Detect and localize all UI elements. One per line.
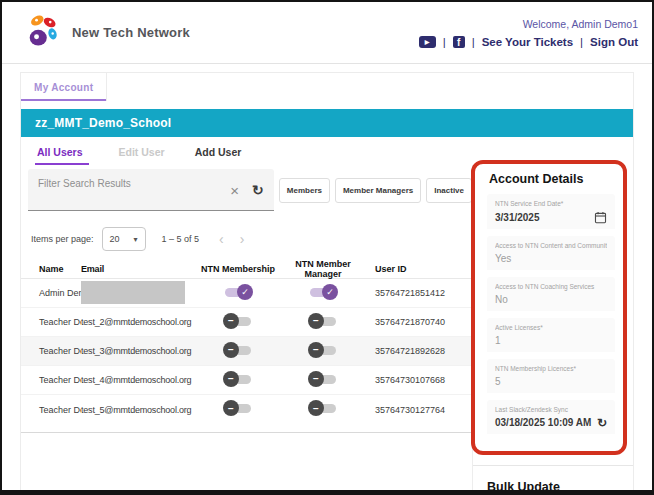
search-input[interactable] [38,175,218,191]
table-row: Admin Demo1 ✓ ✓ 35764721851412 [21,279,472,308]
minus-icon: − [228,344,234,355]
ntn-membership-toggle[interactable]: − [225,317,251,326]
col-user-id: User ID [367,264,472,274]
ntn-membership-toggle[interactable]: − [225,404,251,413]
user-email: test_4@mmtdemoschool.org [81,375,197,385]
sync-icon[interactable]: ↻ [597,417,607,429]
separator: | [472,36,475,48]
user-name: Teacher Demo4 [21,405,81,415]
inactive-filter-button[interactable]: Inactive [426,178,472,203]
field-label: NTN Membership Licences* [495,364,607,373]
previous-page-icon[interactable]: ‹ [219,232,224,246]
redacted-email-block [81,281,185,304]
header-right: Welcome, Admin Demo1 ▶ | f | See Your Ti… [419,18,638,48]
account-details-panel: Account Details NTN Service End Date* 3/… [472,165,633,494]
field-label: Active Licenses* [495,323,607,332]
field-label: Last Slack/Zendesk Sync [495,405,607,414]
page-range-label: 1 – 5 of 5 [162,234,200,244]
table-row: Teacher Demo1 test_2@mmtdemoschool.org −… [21,308,472,337]
ntn-membership-toggle[interactable]: − [225,375,251,384]
school-banner: zz_MMT_Demo_School [21,109,633,137]
sign-out-link[interactable]: Sign Out [590,36,638,48]
members-filter-button[interactable]: Members [279,178,330,203]
next-page-icon[interactable]: › [240,232,245,246]
app-window: New Tech Network Welcome, Admin Demo1 ▶ … [0,0,654,495]
items-per-page-label: Items per page: [31,234,94,244]
ntn-pinwheel-logo-icon [24,12,62,54]
user-name: Teacher Demo2 [21,346,81,356]
user-id: 35764721851412 [367,288,472,298]
brand: New Tech Network [24,12,190,54]
user-email: test_2@mmtdemoschool.org [81,317,197,327]
user-id: 35764730107668 [367,375,472,385]
ntn-content-access-field: Access to NTN Content and Community Yes [487,236,615,270]
user-name: Teacher Demo3 [21,375,81,385]
site-header: New Tech Network Welcome, Admin Demo1 ▶ … [2,2,652,64]
tab-add-user[interactable]: Add User [195,146,242,165]
user-id: 35764721892628 [367,346,472,356]
field-value: No [495,294,508,306]
table-header-row: Name Email NTN Membership NTN Member Man… [21,259,472,279]
filter-search-box: × ↻ [28,169,274,211]
minus-icon: − [313,315,319,326]
ntn-member-manager-toggle[interactable]: − [310,346,336,355]
ntn-member-manager-toggle[interactable]: − [310,404,336,413]
account-details-title: Account Details [489,172,615,186]
membership-licences-field: NTN Membership Licences* 5 [487,359,615,393]
page-size-select[interactable]: 20 ▾ [102,227,146,251]
minus-icon: − [313,344,319,355]
brand-name: New Tech Network [72,25,190,40]
red-annotation-box: Account Details NTN Service End Date* 3/… [471,160,627,455]
ntn-coaching-access-field: Access to NTN Coaching Services No [487,277,615,311]
separator: | [443,36,446,48]
col-ntn-membership: NTN Membership [197,264,279,274]
facebook-icon[interactable]: f [453,36,465,48]
ntn-membership-toggle[interactable]: ✓ [225,288,251,297]
member-managers-filter-button[interactable]: Member Managers [335,178,421,203]
minus-icon: − [228,373,234,384]
clear-search-icon[interactable]: × [230,182,239,197]
field-value: 5 [495,376,501,388]
youtube-icon[interactable]: ▶ [419,36,436,48]
field-value: 03/18/2025 10:09 AM [495,417,591,429]
user-email: test_3@mmtdemoschool.org [81,346,197,356]
ntn-membership-toggle[interactable]: − [225,346,251,355]
user-id: 35764721870740 [367,317,472,327]
see-your-tickets-link[interactable]: See Your Tickets [482,36,573,48]
ntn-member-manager-toggle[interactable]: − [310,375,336,384]
field-value: Yes [495,253,511,265]
check-icon: ✓ [241,287,249,297]
field-value: 1 [495,335,501,347]
bulk-update-section: Bulk Update [473,465,633,494]
page-size-value: 20 [110,234,120,244]
tab-edit-user[interactable]: Edit User [119,146,165,165]
ntn-member-manager-toggle[interactable]: − [310,317,336,326]
user-name: Admin Demo1 [21,288,81,298]
ntn-member-manager-toggle[interactable]: ✓ [310,288,336,297]
minus-icon: − [228,315,234,326]
ntn-service-end-date-field[interactable]: NTN Service End Date* 3/31/2025 [487,194,615,229]
users-table: Name Email NTN Membership NTN Member Man… [21,259,472,433]
tab-my-account[interactable]: My Account [21,73,107,101]
user-name: Teacher Demo1 [21,317,81,327]
col-name: Name [21,264,81,274]
minus-icon: − [313,403,319,414]
calendar-icon[interactable] [594,211,607,224]
minus-icon: − [313,373,319,384]
minus-icon: − [228,403,234,414]
bulk-update-title: Bulk Update [487,480,625,494]
check-icon: ✓ [326,287,334,297]
col-email: Email [81,264,197,274]
refresh-icon[interactable]: ↻ [252,183,264,197]
field-label: Access to NTN Coaching Services [495,282,607,291]
field-label: Access to NTN Content and Community [495,241,607,250]
active-licenses-field: Active Licenses* 1 [487,318,615,352]
user-id: 35764730127764 [367,405,472,415]
table-row: Teacher Demo2 test_3@mmtdemoschool.org −… [21,337,472,366]
tab-all-users[interactable]: All Users [35,146,89,165]
chevron-down-icon: ▾ [134,235,138,244]
last-sync-field: Last Slack/Zendesk Sync 03/18/2025 10:09… [487,400,615,434]
welcome-text: Welcome, Admin Demo1 [419,18,638,30]
field-label: NTN Service End Date* [495,199,607,208]
table-row: Teacher Demo4 test_5@mmtdemoschool.org −… [21,395,472,424]
